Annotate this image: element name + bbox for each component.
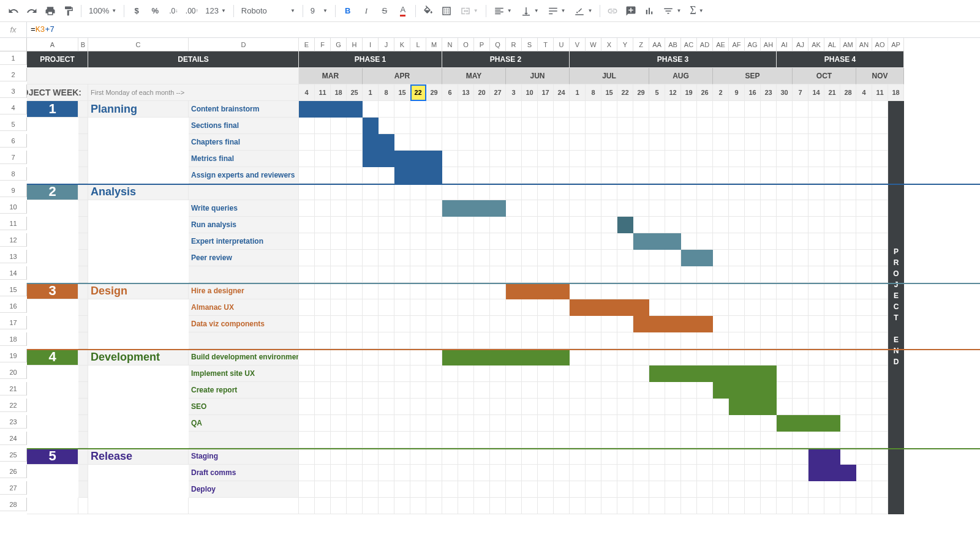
font-select[interactable]: Roboto▼ [238, 4, 299, 18]
bold-button[interactable]: B [339, 2, 356, 20]
week-cell[interactable]: 1 [363, 84, 379, 101]
week-cell[interactable]: 13 [458, 84, 474, 101]
formula-input[interactable]: =K3+7 [27, 25, 980, 34]
borders-button[interactable] [438, 2, 455, 20]
format-more[interactable]: 123▼ [202, 4, 230, 18]
week-cell[interactable]: 30 [777, 84, 793, 101]
week-cell[interactable]: 11 [872, 84, 888, 101]
week-cell[interactable]: 15 [394, 84, 410, 101]
functions-button[interactable]: Σ▼ [686, 4, 707, 18]
redo-button[interactable] [23, 2, 40, 20]
week-cell[interactable]: 9 [729, 84, 745, 101]
fill-color-button[interactable] [420, 2, 437, 20]
wrap-button[interactable]: ▼ [544, 4, 570, 18]
week-cell[interactable]: 15 [601, 84, 617, 101]
week-cell[interactable]: 29 [633, 84, 649, 101]
format-currency[interactable]: $ [128, 2, 145, 20]
week-cell[interactable]: 21 [824, 84, 840, 101]
week-cell[interactable]: 5 [649, 84, 665, 101]
week-cell[interactable]: 7 [793, 84, 809, 101]
week-cell[interactable]: 16 [745, 84, 761, 101]
week-cell[interactable]: 10 [522, 84, 538, 101]
strike-button[interactable]: S [376, 2, 393, 20]
week-cell[interactable]: 24 [554, 84, 570, 101]
week-cell[interactable]: 18 [888, 84, 904, 101]
comment-button[interactable] [622, 2, 639, 20]
week-cell[interactable]: 4 [856, 84, 872, 101]
week-cell[interactable]: 2 [713, 84, 729, 101]
spreadsheet-grid[interactable]: ABCDEFGHIJKLMNOPQRSTUVWXYZAAABACADAEAFAG… [0, 38, 980, 514]
merge-button[interactable]: ▼ [456, 4, 482, 18]
undo-button[interactable] [5, 2, 22, 20]
week-cell[interactable]: 27 [490, 84, 506, 101]
decrease-decimal[interactable]: .0↓ [165, 2, 182, 20]
week-cell[interactable]: 3 [506, 84, 522, 101]
format-percent[interactable]: % [146, 2, 164, 20]
week-cell[interactable]: 28 [840, 84, 856, 101]
week-cell[interactable]: 1 [570, 84, 586, 101]
week-cell[interactable]: 29 [426, 84, 442, 101]
italic-button[interactable]: I [358, 2, 375, 20]
week-cell[interactable]: 25 [347, 84, 363, 101]
week-cell[interactable]: 12 [665, 84, 681, 101]
rotate-button[interactable]: ▼ [570, 4, 596, 18]
week-cell[interactable]: 6 [442, 84, 458, 101]
week-cell[interactable]: 26 [697, 84, 713, 101]
week-cell[interactable]: 18 [331, 84, 347, 101]
filter-button[interactable]: ▼ [659, 4, 685, 18]
chart-button[interactable] [641, 2, 658, 20]
toolbar: 100%▼ $ % .0↓ .00↑ 123▼ Roboto▼ 9▼ B I S… [0, 0, 980, 22]
week-cell[interactable]: 23 [761, 84, 777, 101]
increase-decimal[interactable]: .00↑ [183, 2, 200, 20]
project-end-bar: PROJECT END [888, 101, 904, 514]
fx-icon: fx [0, 22, 27, 37]
week-cell[interactable]: 20 [474, 84, 490, 101]
paint-format-button[interactable] [60, 2, 77, 20]
week-cell[interactable]: 14 [809, 84, 824, 101]
font-size-select[interactable]: 9▼ [307, 4, 331, 18]
week-cell[interactable]: 22 [410, 84, 426, 101]
week-cell[interactable]: 4 [299, 84, 315, 101]
week-cell[interactable]: 8 [586, 84, 601, 101]
formula-bar: fx =K3+7 [0, 22, 980, 38]
week-cell[interactable]: 11 [315, 84, 331, 101]
text-color-button[interactable]: A [394, 2, 412, 20]
week-cell[interactable]: 17 [538, 84, 554, 101]
link-button[interactable] [604, 2, 621, 20]
halign-button[interactable]: ▼ [490, 4, 516, 18]
print-button[interactable] [42, 2, 59, 20]
week-cell[interactable]: 8 [379, 84, 394, 101]
zoom-select[interactable]: 100%▼ [85, 4, 120, 18]
week-cell[interactable]: 19 [681, 84, 697, 101]
valign-button[interactable]: ▼ [517, 4, 543, 18]
week-cell[interactable]: 22 [617, 84, 633, 101]
